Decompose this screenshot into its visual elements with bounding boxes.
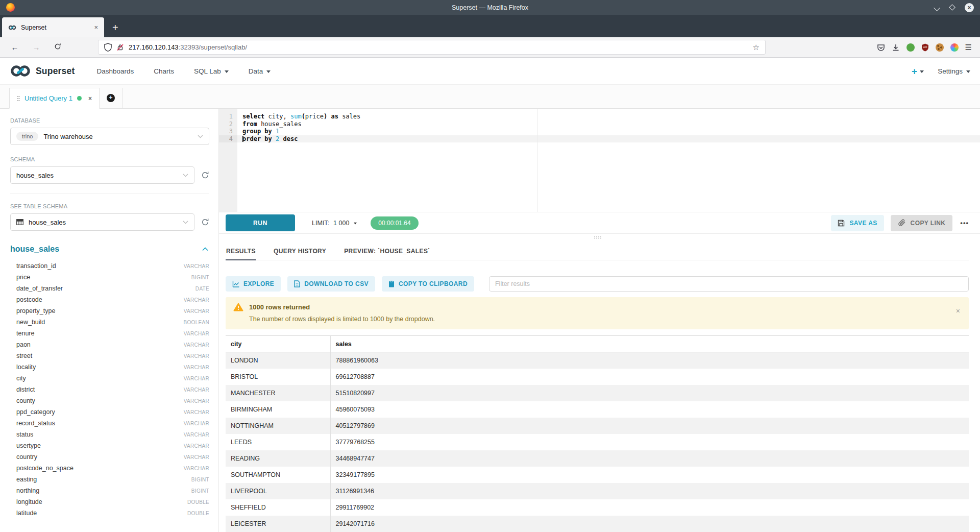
more-actions-button[interactable]: ••• <box>960 219 969 227</box>
run-button[interactable]: RUN <box>226 214 295 231</box>
ublock-shield-icon[interactable]: uO <box>921 43 929 52</box>
hamburger-menu-icon[interactable]: ☰ <box>965 43 972 52</box>
nav-item-data[interactable]: Data <box>249 67 271 75</box>
run-toolbar: RUN LIMIT: 1 000 00:00:01.64 SAVE AS <box>219 212 980 234</box>
column-row: localityVARCHAR <box>10 361 209 373</box>
database-name: Trino warehouse <box>43 133 92 140</box>
browser-new-tab-button[interactable]: + <box>112 22 118 33</box>
cell-city: SOUTHAMPTON <box>226 467 330 483</box>
table-name: house_sales <box>29 219 66 226</box>
cookie-extension-icon[interactable] <box>936 43 944 52</box>
refresh-tables-icon[interactable] <box>201 218 209 226</box>
copy-link-button[interactable]: COPY LINK <box>891 215 953 231</box>
limit-dropdown[interactable]: LIMIT: 1 000 <box>312 220 357 227</box>
column-row: streetVARCHAR <box>10 350 209 361</box>
print-margin-line <box>537 109 537 212</box>
pane-resize-handle[interactable] <box>226 234 969 240</box>
drag-handle-icon[interactable] <box>17 95 20 101</box>
alert-close-icon[interactable]: × <box>956 307 960 315</box>
limit-value: 1 000 <box>333 220 349 227</box>
tab-query-history[interactable]: QUERY HISTORY <box>273 244 327 260</box>
cell-sales: 51510820997 <box>330 385 969 401</box>
container-pinwheel-icon[interactable] <box>950 43 959 52</box>
nav-item-dashboards[interactable]: Dashboards <box>97 67 134 75</box>
tab-results[interactable]: RESULTS <box>226 244 256 260</box>
clipboard-icon <box>388 280 395 287</box>
refresh-schemas-icon[interactable] <box>201 171 209 179</box>
sidebar-divider <box>10 194 209 194</box>
explore-button[interactable]: EXPLORE <box>226 276 281 292</box>
downloads-icon[interactable] <box>892 43 900 52</box>
column-row: record_statusVARCHAR <box>10 418 209 429</box>
settings-menu[interactable]: Settings <box>938 67 970 75</box>
insecure-lock-icon[interactable] <box>116 43 124 51</box>
sql-editor[interactable]: 1234 select city, sum(price) as salesfro… <box>219 109 980 212</box>
url-text: 217.160.120.143:32393/superset/sqllab/ <box>129 43 247 51</box>
query-tab[interactable]: Untitled Query 1 × <box>9 88 100 109</box>
schema-select[interactable]: house_sales <box>10 166 194 184</box>
browser-tab[interactable]: Superset × <box>2 17 104 37</box>
filter-results-input[interactable] <box>489 276 969 292</box>
code-line: select city, sum(price) as sales <box>237 113 980 120</box>
query-tab-close-icon[interactable]: × <box>88 95 92 102</box>
superset-logo[interactable]: Superset <box>10 64 75 78</box>
url-bar[interactable]: 217.160.120.143:32393/superset/sqllab/ ☆ <box>98 40 766 55</box>
results-tabs: RESULTS QUERY HISTORY PREVIEW: `HOUSE_SA… <box>226 244 969 260</box>
column-name: date_of_transfer <box>16 285 63 292</box>
drag-dots-icon <box>594 236 601 239</box>
database-select[interactable]: trino Trino warehouse <box>10 128 209 145</box>
download-csv-button[interactable]: DOWNLOAD TO CSV <box>287 276 375 292</box>
bookmark-star-icon[interactable]: ☆ <box>753 43 760 52</box>
column-row: ppd_categoryVARCHAR <box>10 406 209 418</box>
forward-button[interactable]: → <box>29 43 44 52</box>
cell-city: LONDON <box>226 352 330 369</box>
window-close-button[interactable]: × <box>965 3 974 12</box>
column-header-sales[interactable]: sales <box>330 336 969 352</box>
column-type: DOUBLE <box>187 499 209 505</box>
chevron-down-icon <box>183 221 188 224</box>
schema-label: SCHEMA <box>10 156 209 162</box>
window-maximize-button[interactable] <box>949 4 955 11</box>
database-label: DATABASE <box>10 117 209 124</box>
new-item-button[interactable]: + <box>912 66 924 76</box>
browser-tabstrip: Superset × + <box>0 15 980 37</box>
results-table: city sales LONDON788861960063BRISTOL6961… <box>226 335 969 532</box>
add-query-tab-button[interactable]: + <box>107 94 115 102</box>
copy-to-clipboard-button[interactable]: COPY TO CLIPBOARD <box>382 276 474 292</box>
collapse-chevron-up-icon[interactable] <box>202 247 208 251</box>
table-select[interactable]: house_sales <box>10 213 194 231</box>
cell-sales: 40512797869 <box>330 418 969 434</box>
reload-button[interactable] <box>50 43 65 52</box>
column-type: VARCHAR <box>184 263 209 269</box>
column-type: BIGINT <box>191 488 209 494</box>
save-as-button[interactable]: SAVE AS <box>831 215 884 231</box>
column-row: countryVARCHAR <box>10 451 209 463</box>
table-icon <box>16 219 23 225</box>
column-name: latitude <box>16 510 37 517</box>
pocket-icon[interactable] <box>877 43 885 52</box>
column-header-city[interactable]: city <box>226 336 330 352</box>
tab-preview-house-sales[interactable]: PREVIEW: `HOUSE_SALES` <box>344 244 431 260</box>
brand-name: Superset <box>36 66 75 77</box>
window-controls: × <box>935 3 974 12</box>
browser-tab-close-icon[interactable]: × <box>94 24 98 31</box>
nav-item-charts[interactable]: Charts <box>154 67 174 75</box>
window-titlebar: Superset — Mozilla Firefox × <box>0 0 980 15</box>
gutter-line-number: 3 <box>219 128 237 135</box>
back-button[interactable]: ← <box>7 43 22 52</box>
browser-toolbar: ← → 217.160.120.143:32393/superset/sqlla… <box>0 37 980 58</box>
table-row: LONDON788861960063 <box>226 352 969 369</box>
window-minimize-button[interactable] <box>935 5 940 10</box>
code-line: order by 2 desc <box>237 135 980 143</box>
table-header-row: city sales <box>226 336 969 352</box>
column-name: city <box>16 375 26 382</box>
caret-down-icon <box>920 70 924 73</box>
column-row: statusVARCHAR <box>10 429 209 440</box>
table-row: SHEFFIELD29911769902 <box>226 499 969 516</box>
url-path: :32393/superset/sqllab/ <box>179 43 247 51</box>
privacy-badger-icon[interactable] <box>906 43 915 52</box>
code-line: from house_sales <box>237 120 980 128</box>
nav-item-sql-lab[interactable]: SQL Lab <box>194 67 229 75</box>
tracking-shield-icon[interactable] <box>104 43 112 52</box>
cell-city: LEEDS <box>226 434 330 450</box>
